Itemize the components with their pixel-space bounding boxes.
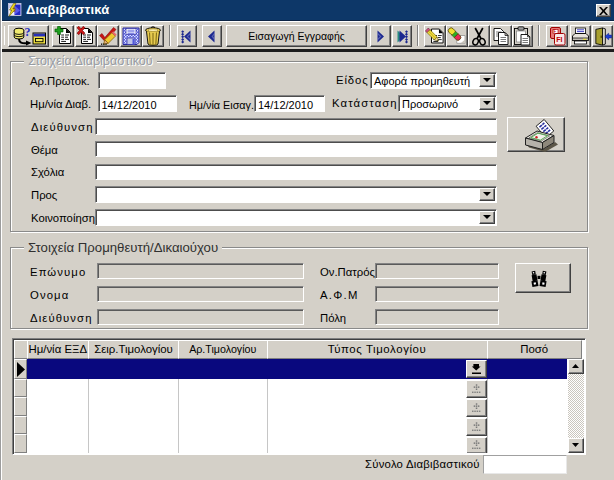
svg-text:?: ? bbox=[24, 26, 30, 39]
svg-text:FI: FI bbox=[556, 36, 562, 43]
